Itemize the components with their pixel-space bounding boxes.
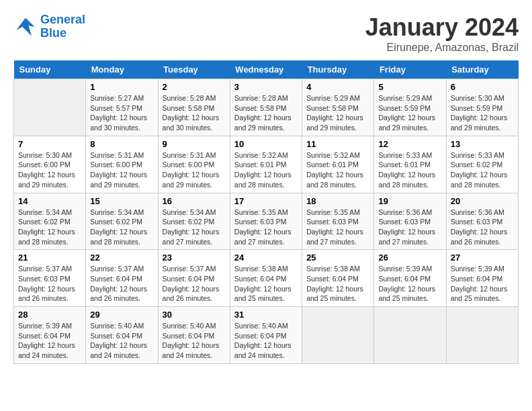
day-info: Sunrise: 5:33 AM Sunset: 6:01 PM Dayligh… (378, 150, 441, 190)
day-info: Sunrise: 5:28 AM Sunset: 5:58 PM Dayligh… (234, 93, 298, 133)
day-number: 27 (451, 253, 514, 263)
calendar-cell: 22Sunrise: 5:37 AM Sunset: 6:04 PM Dayli… (86, 250, 158, 307)
day-number: 8 (90, 139, 153, 149)
day-number: 6 (451, 82, 514, 92)
calendar-cell: 18Sunrise: 5:35 AM Sunset: 6:03 PM Dayli… (302, 193, 374, 250)
calendar-cell (302, 307, 374, 364)
calendar-cell: 30Sunrise: 5:40 AM Sunset: 6:04 PM Dayli… (158, 307, 230, 364)
day-info: Sunrise: 5:36 AM Sunset: 6:03 PM Dayligh… (451, 208, 514, 247)
title-area: January 2024 Eirunepe, Amazonas, Brazil (365, 13, 519, 54)
day-number: 1 (90, 82, 153, 92)
calendar-cell: 2Sunrise: 5:28 AM Sunset: 5:58 PM Daylig… (158, 79, 230, 136)
calendar-cell: 10Sunrise: 5:32 AM Sunset: 6:01 PM Dayli… (230, 136, 302, 193)
header-thursday: Thursday (302, 60, 374, 79)
header-wednesday: Wednesday (230, 60, 302, 79)
day-number: 22 (90, 253, 153, 263)
calendar-cell: 8Sunrise: 5:31 AM Sunset: 6:00 PM Daylig… (86, 136, 158, 193)
day-info: Sunrise: 5:37 AM Sunset: 6:04 PM Dayligh… (163, 264, 226, 304)
header-sunday: Sunday (14, 60, 86, 79)
day-number: 28 (18, 310, 81, 320)
calendar-cell: 9Sunrise: 5:31 AM Sunset: 6:00 PM Daylig… (158, 136, 230, 193)
day-info: Sunrise: 5:37 AM Sunset: 6:04 PM Dayligh… (90, 264, 153, 304)
calendar-cell: 5Sunrise: 5:29 AM Sunset: 5:59 PM Daylig… (374, 79, 446, 136)
logo: GeneralBlue (13, 13, 85, 40)
month-title: January 2024 (365, 13, 519, 42)
calendar-week-5: 28Sunrise: 5:39 AM Sunset: 6:04 PM Dayli… (14, 307, 519, 364)
calendar-week-4: 21Sunrise: 5:37 AM Sunset: 6:03 PM Dayli… (14, 250, 519, 307)
day-info: Sunrise: 5:39 AM Sunset: 6:04 PM Dayligh… (451, 264, 514, 304)
page-header: GeneralBlue January 2024 Eirunepe, Amazo… (13, 13, 519, 54)
day-info: Sunrise: 5:31 AM Sunset: 6:00 PM Dayligh… (163, 150, 226, 190)
calendar-cell (446, 307, 518, 364)
calendar-cell: 12Sunrise: 5:33 AM Sunset: 6:01 PM Dayli… (374, 136, 446, 193)
header-tuesday: Tuesday (158, 60, 230, 79)
calendar-cell: 24Sunrise: 5:38 AM Sunset: 6:04 PM Dayli… (230, 250, 302, 307)
calendar-table: SundayMondayTuesdayWednesdayThursdayFrid… (13, 60, 519, 364)
calendar-week-3: 14Sunrise: 5:34 AM Sunset: 6:02 PM Dayli… (14, 193, 519, 250)
calendar-cell (374, 307, 446, 364)
day-number: 17 (234, 196, 298, 206)
day-info: Sunrise: 5:35 AM Sunset: 6:03 PM Dayligh… (234, 208, 298, 247)
calendar-cell (14, 79, 86, 136)
calendar-cell: 4Sunrise: 5:29 AM Sunset: 5:58 PM Daylig… (302, 79, 374, 136)
day-info: Sunrise: 5:32 AM Sunset: 6:01 PM Dayligh… (306, 150, 369, 190)
day-number: 15 (90, 196, 153, 206)
day-number: 29 (90, 310, 153, 320)
day-number: 12 (378, 139, 441, 149)
header-saturday: Saturday (446, 60, 518, 79)
calendar-cell: 23Sunrise: 5:37 AM Sunset: 6:04 PM Dayli… (158, 250, 230, 307)
header-monday: Monday (86, 60, 158, 79)
day-number: 2 (163, 82, 226, 92)
calendar-cell: 27Sunrise: 5:39 AM Sunset: 6:04 PM Dayli… (446, 250, 518, 307)
day-info: Sunrise: 5:39 AM Sunset: 6:04 PM Dayligh… (18, 321, 81, 361)
day-info: Sunrise: 5:27 AM Sunset: 5:57 PM Dayligh… (90, 93, 153, 133)
day-number: 3 (234, 82, 298, 92)
day-info: Sunrise: 5:38 AM Sunset: 6:04 PM Dayligh… (306, 264, 369, 304)
day-info: Sunrise: 5:28 AM Sunset: 5:58 PM Dayligh… (163, 93, 226, 133)
day-info: Sunrise: 5:39 AM Sunset: 6:04 PM Dayligh… (378, 264, 441, 304)
day-info: Sunrise: 5:32 AM Sunset: 6:01 PM Dayligh… (234, 150, 298, 190)
calendar-week-2: 7Sunrise: 5:30 AM Sunset: 6:00 PM Daylig… (14, 136, 519, 193)
day-info: Sunrise: 5:40 AM Sunset: 6:04 PM Dayligh… (234, 321, 298, 361)
day-number: 9 (163, 139, 226, 149)
day-number: 16 (163, 196, 226, 206)
day-number: 23 (163, 253, 226, 263)
calendar-cell: 25Sunrise: 5:38 AM Sunset: 6:04 PM Dayli… (302, 250, 374, 307)
calendar-cell: 11Sunrise: 5:32 AM Sunset: 6:01 PM Dayli… (302, 136, 374, 193)
logo-icon (13, 15, 38, 39)
day-number: 18 (306, 196, 369, 206)
header-friday: Friday (374, 60, 446, 79)
calendar-cell: 31Sunrise: 5:40 AM Sunset: 6:04 PM Dayli… (230, 307, 302, 364)
day-info: Sunrise: 5:30 AM Sunset: 6:00 PM Dayligh… (18, 150, 81, 190)
calendar-cell: 13Sunrise: 5:33 AM Sunset: 6:02 PM Dayli… (446, 136, 518, 193)
day-info: Sunrise: 5:29 AM Sunset: 5:59 PM Dayligh… (378, 93, 441, 133)
day-number: 10 (234, 139, 298, 149)
day-info: Sunrise: 5:31 AM Sunset: 6:00 PM Dayligh… (90, 150, 153, 190)
day-number: 19 (378, 196, 441, 206)
day-info: Sunrise: 5:38 AM Sunset: 6:04 PM Dayligh… (234, 264, 298, 304)
day-info: Sunrise: 5:35 AM Sunset: 6:03 PM Dayligh… (306, 208, 369, 247)
calendar-week-1: 1Sunrise: 5:27 AM Sunset: 5:57 PM Daylig… (14, 79, 519, 136)
day-info: Sunrise: 5:34 AM Sunset: 6:02 PM Dayligh… (18, 208, 81, 247)
day-info: Sunrise: 5:36 AM Sunset: 6:03 PM Dayligh… (378, 208, 441, 247)
day-info: Sunrise: 5:30 AM Sunset: 5:59 PM Dayligh… (451, 93, 514, 133)
calendar-cell: 28Sunrise: 5:39 AM Sunset: 6:04 PM Dayli… (14, 307, 86, 364)
calendar-cell: 14Sunrise: 5:34 AM Sunset: 6:02 PM Dayli… (14, 193, 86, 250)
calendar-cell: 17Sunrise: 5:35 AM Sunset: 6:03 PM Dayli… (230, 193, 302, 250)
day-info: Sunrise: 5:40 AM Sunset: 6:04 PM Dayligh… (163, 321, 226, 361)
day-number: 11 (306, 139, 369, 149)
calendar-cell: 26Sunrise: 5:39 AM Sunset: 6:04 PM Dayli… (374, 250, 446, 307)
calendar-cell: 29Sunrise: 5:40 AM Sunset: 6:04 PM Dayli… (86, 307, 158, 364)
day-number: 24 (234, 253, 298, 263)
calendar-cell: 21Sunrise: 5:37 AM Sunset: 6:03 PM Dayli… (14, 250, 86, 307)
day-info: Sunrise: 5:34 AM Sunset: 6:02 PM Dayligh… (90, 208, 153, 247)
day-number: 30 (163, 310, 226, 320)
day-number: 7 (18, 139, 81, 149)
day-info: Sunrise: 5:37 AM Sunset: 6:03 PM Dayligh… (18, 264, 81, 304)
logo-text: GeneralBlue (40, 13, 85, 40)
calendar-cell: 1Sunrise: 5:27 AM Sunset: 5:57 PM Daylig… (86, 79, 158, 136)
day-number: 5 (378, 82, 441, 92)
calendar-cell: 3Sunrise: 5:28 AM Sunset: 5:58 PM Daylig… (230, 79, 302, 136)
calendar-cell: 15Sunrise: 5:34 AM Sunset: 6:02 PM Dayli… (86, 193, 158, 250)
day-number: 4 (306, 82, 369, 92)
